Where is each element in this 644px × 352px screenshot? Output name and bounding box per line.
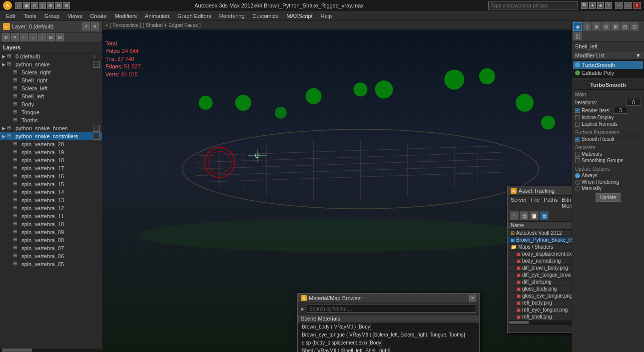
layer-item[interactable]: ⊞Sclera_right (0, 68, 102, 76)
layer-item[interactable]: ⊞spin_vertebra_18 (0, 156, 102, 164)
titlebar-search-input[interactable] (488, 1, 578, 9)
mb-material-item[interactable]: disp (body_displacement.exr) [Body] (298, 339, 479, 347)
layer-item[interactable]: ⊞Sclera_left (0, 84, 102, 92)
menu-item-views[interactable]: Views (63, 12, 86, 20)
at-table-row[interactable]: ◼gloss_body.pngFound (508, 286, 572, 293)
ts-materials-row[interactable]: Materials (575, 151, 641, 157)
at-menu-bitmap[interactable]: Bitmap Performance and Memory (562, 197, 572, 209)
mb-close-btn[interactable]: ✕ (469, 295, 476, 302)
layer-box[interactable] (93, 133, 100, 140)
ts-materials-check[interactable] (575, 152, 580, 157)
ts-manually-row[interactable]: Manually (575, 186, 641, 191)
layer-box[interactable] (93, 125, 100, 132)
at-table-row[interactable]: ⊞Autodesk Vault 2012Logged Ou (508, 230, 572, 237)
mb-material-item[interactable]: Brown_eye_tongue ( VRayMtl ) [Sclera_lef… (298, 331, 479, 339)
layer-item[interactable]: ⊞Body (0, 100, 102, 108)
at-menu-file[interactable]: File (531, 197, 540, 209)
menu-item-rendering[interactable]: Rendering (215, 12, 249, 20)
at-menu-server[interactable]: Server (511, 197, 527, 209)
mb-material-item[interactable]: Brown_body ( VRayMtl ) [Body] (298, 323, 479, 331)
layers-tool-4[interactable]: ↓ (29, 33, 37, 41)
layer-item[interactable]: ⊞Tongue (0, 108, 102, 116)
layers-list[interactable]: ▶⊞0 (default)✓▶⊞python_snake⊞Sclera_righ… (0, 52, 102, 348)
tb-btn-4[interactable]: ◫ (39, 2, 46, 9)
layer-item[interactable]: ⊞spin_vertebra_13 (0, 196, 102, 204)
layers-tool-3[interactable]: + (20, 33, 28, 41)
layer-item[interactable]: ⊞spin_vertebra_16 (0, 172, 102, 180)
layers-tool-7[interactable]: ⊟ (56, 33, 64, 41)
rt-btn-5[interactable]: ⊞ (611, 22, 620, 31)
ts-always-row[interactable]: Always (575, 173, 641, 178)
menu-item-maxscript[interactable]: MAXScript (283, 12, 317, 20)
tb-btn-7[interactable]: ⊞ (63, 2, 70, 9)
layers-tool-1[interactable]: ⚙ (2, 33, 10, 41)
layer-item[interactable]: ⊞spin_vertebra_19 (0, 148, 102, 156)
layers-tool-6[interactable]: ⊞ (47, 33, 55, 41)
menu-item-group[interactable]: Group (40, 12, 64, 20)
layer-item[interactable]: ⊞Tooths (0, 116, 102, 124)
menu-item-edit[interactable]: Edit (2, 12, 19, 20)
at-table-row[interactable]: ◼diff_eye_tongue_brown.pngFound (508, 272, 572, 279)
tb-icon-1[interactable]: ✦ (589, 2, 596, 9)
ts-always-radio[interactable] (575, 173, 580, 178)
layer-item[interactable]: ⊞spin_vertebra_10 (0, 220, 102, 228)
layer-item[interactable]: ⊞spin_vertebra_14 (0, 188, 102, 196)
tb-btn-3[interactable]: ⊡ (31, 2, 38, 9)
at-table-row[interactable]: ◼body_normal.pngFound (508, 258, 572, 265)
menu-item-tools[interactable]: Tools (19, 12, 40, 20)
layer-item[interactable]: ▶⊞0 (default)✓ (0, 52, 102, 60)
layer-item[interactable]: ⊞Shell_left (0, 92, 102, 100)
at-tool-1[interactable]: ≡ (510, 211, 519, 220)
rt-btn-8[interactable]: ◫ (573, 31, 582, 40)
menu-item-modifiers[interactable]: Modifiers (110, 12, 141, 20)
tb-btn-5[interactable]: ⊞ (47, 2, 54, 9)
at-table-row[interactable]: ◼diff_shell.pngFound (508, 279, 572, 286)
at-tool-3[interactable]: 📋 (530, 211, 539, 220)
at-horizontal-scrollbar[interactable] (508, 321, 572, 325)
layer-item[interactable]: ⊞spin_vertebra_06 (0, 252, 102, 260)
ts-manually-radio[interactable] (575, 186, 580, 191)
ts-smoothing-groups-check[interactable] (575, 158, 580, 163)
at-table-row[interactable]: ◼body_displacement.exrFound (508, 251, 572, 258)
at-table-row[interactable]: ◼diff_brown_body.pngFound (508, 265, 572, 272)
rt-btn-7[interactable]: ⊡ (630, 22, 639, 31)
layers-hscroll-thumb[interactable] (2, 349, 32, 352)
layer-item[interactable]: ▶⊞python_snake_bones (0, 124, 102, 132)
layer-item[interactable]: ⊞spin_vertebra_15 (0, 180, 102, 188)
layer-item[interactable]: ⊞Shell_right (0, 76, 102, 84)
rt-btn-4[interactable]: ⊘ (602, 22, 611, 31)
at-table-row[interactable]: ◼Brown_Python_Snake_Rigged_vray.maxOk (508, 237, 572, 244)
ts-render-iters-input[interactable] (613, 107, 628, 114)
tb-icon-3[interactable]: ? (605, 2, 612, 9)
ts-when-rendering-radio[interactable] (575, 180, 580, 185)
ts-iterations-input[interactable] (626, 99, 641, 106)
tb-icon-2[interactable]: ★ (597, 2, 604, 9)
at-tool-2[interactable]: ▤ (520, 211, 529, 220)
layer-item[interactable]: ⊞spin_vertebra_09 (0, 228, 102, 236)
rt-btn-1[interactable]: ◉ (573, 22, 582, 31)
layer-box[interactable] (93, 61, 100, 68)
ts-smooth-result-check[interactable]: ✓ (575, 137, 580, 142)
menu-item-help[interactable]: Help (317, 12, 336, 20)
ts-when-rendering-row[interactable]: When Rendering (575, 179, 641, 185)
at-table-row[interactable]: ◼gloss_eye_tongue.pngFound (508, 293, 572, 300)
layers-close-btn[interactable]: ✕ (91, 22, 99, 30)
at-menu-paths[interactable]: Paths (544, 197, 558, 209)
layer-item[interactable]: ⊞spin_vertebra_08 (0, 236, 102, 244)
modifier-turbosmooth[interactable]: TurboSmooth (573, 61, 643, 69)
ts-render-iters-check[interactable]: ✓ (575, 108, 580, 113)
layer-item[interactable]: ▶⊞python_snake (0, 60, 102, 68)
modifier-list-arrow[interactable]: ▼ (636, 52, 641, 58)
tb-btn-6[interactable]: ⊟ (55, 2, 62, 9)
layers-tool-5[interactable]: ↑ (38, 33, 46, 41)
menu-item-customize[interactable]: Customize (249, 12, 283, 20)
at-table-row[interactable]: ◼refl_eye_tongue.pngFound (508, 307, 572, 314)
modifier-editable-poly[interactable]: Editable Poly (573, 69, 643, 77)
layers-help-btn[interactable]: ? (82, 22, 90, 30)
layers-tool-2[interactable]: ✕ (11, 33, 19, 41)
menu-item-graph-editors[interactable]: Graph Editors (173, 12, 215, 20)
rt-btn-3[interactable]: ⊕ (592, 22, 601, 31)
rt-btn-6[interactable]: ⊟ (621, 22, 630, 31)
layer-item[interactable]: ⊞spin_vertebra_11 (0, 212, 102, 220)
ts-isoline-check[interactable] (575, 115, 580, 120)
